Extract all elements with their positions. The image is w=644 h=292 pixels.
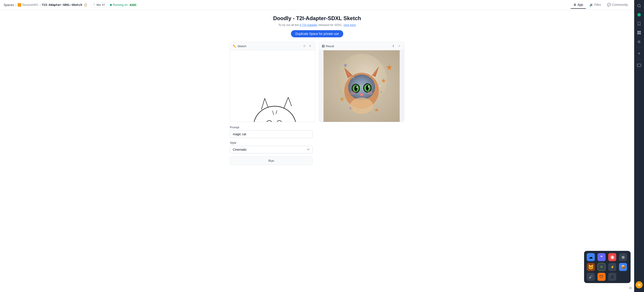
tab-community[interactable]: 💬 Community xyxy=(604,1,630,9)
tab-files[interactable]: 🔊 Files xyxy=(587,1,604,9)
result-cat-image xyxy=(319,50,404,122)
search-sidebar-btn[interactable] xyxy=(635,2,643,10)
svg-rect-54 xyxy=(639,33,641,34)
sketch-reset-button[interactable]: ↺ xyxy=(302,44,306,48)
svg-rect-53 xyxy=(638,33,639,34)
taskbar-record[interactable]: ◉ xyxy=(608,253,616,261)
right-sidebar: G W xyxy=(634,0,644,292)
like-label: like xyxy=(96,3,101,6)
taskbar-cat[interactable]: 🐱 xyxy=(587,263,595,271)
svg-point-34 xyxy=(356,86,358,88)
svg-point-47 xyxy=(380,86,380,86)
run-button[interactable]: Run xyxy=(230,156,312,165)
result-title-label: Result xyxy=(326,44,334,48)
result-panel: 🖼 Result ⬇ ↗ xyxy=(319,42,404,122)
svg-rect-52 xyxy=(639,31,641,33)
subtitle-suffix: released for SDXL, xyxy=(318,23,344,26)
pencil-icon: ✏️ xyxy=(233,44,236,48)
svg-point-46 xyxy=(343,90,344,91)
like-count: 47 xyxy=(102,3,105,6)
style-select[interactable]: Cinematic Photographic Anime Digital Art… xyxy=(230,146,312,154)
svg-point-35 xyxy=(368,86,369,88)
terminal-sidebar-btn[interactable] xyxy=(635,61,643,69)
gpu-badge: A10G xyxy=(128,3,137,6)
taskbar-cloud[interactable]: ☁ xyxy=(587,253,595,261)
nav-separator-2: / xyxy=(40,3,41,7)
image-icon: 🖼 xyxy=(322,44,325,48)
duplicate-button[interactable]: Duplicate Space for private use xyxy=(291,30,344,37)
svg-line-8 xyxy=(272,111,274,115)
app-tab-icon: 🖥 xyxy=(573,3,576,6)
user-avatar[interactable]: W xyxy=(636,281,643,288)
t2i-adapter-link[interactable]: 6 T2I-Adapter xyxy=(300,23,317,26)
copy-button[interactable]: 📋 xyxy=(84,3,88,7)
google-sidebar-btn[interactable]: G xyxy=(635,38,643,46)
taskbar-nvidia[interactable]: N xyxy=(598,263,606,271)
sketch-title-label: Sketch xyxy=(238,44,246,48)
result-download-button[interactable]: ⬇ xyxy=(391,44,396,48)
style-group: Style Cinematic Photographic Anime Digit… xyxy=(230,141,404,154)
taskbar-brush[interactable]: 🖌 xyxy=(587,273,595,281)
page-subtitle: To try out all the 6 T2I-Adapter release… xyxy=(278,23,356,26)
svg-point-36 xyxy=(360,93,364,96)
subtitle-prefix: To try out all the xyxy=(278,23,300,26)
result-image-area xyxy=(319,50,404,122)
org-icon xyxy=(18,3,21,7)
nav-separator: / xyxy=(16,3,16,7)
sketch-canvas-area[interactable] xyxy=(230,50,315,122)
running-label: Running on xyxy=(113,3,128,6)
community-tab-icon: 💬 xyxy=(607,3,611,6)
controls-area: Prompt Style Cinematic Photographic Anim… xyxy=(230,126,404,165)
style-label: Style xyxy=(230,141,404,144)
tab-app[interactable]: 🖥 App xyxy=(571,1,586,9)
svg-point-45 xyxy=(370,76,370,77)
svg-point-19 xyxy=(369,112,370,113)
nav-left: Spaces / TencentARC / T2I-Adapter-SDXL-S… xyxy=(4,2,569,8)
svg-rect-57 xyxy=(637,64,641,67)
grid-sidebar-btn[interactable] xyxy=(635,28,643,37)
repo-name: T2I-Adapter-SDXL-Sketch xyxy=(42,3,82,6)
svg-point-33 xyxy=(366,85,369,91)
svg-point-50 xyxy=(638,13,641,16)
heart-icon: ♡ xyxy=(93,3,96,6)
community-tab-label: Community xyxy=(612,3,628,6)
panels-row: ✏️ Sketch ↺ ✕ xyxy=(230,42,404,122)
taskbar-windows[interactable]: ⊞ xyxy=(619,253,627,261)
svg-line-4 xyxy=(288,97,292,106)
taskbar-box[interactable]: 📦 xyxy=(619,263,627,271)
svg-line-9 xyxy=(276,110,277,114)
prompt-label: Prompt xyxy=(230,126,404,129)
spaces-link[interactable]: Spaces xyxy=(4,3,14,7)
taskbar-bluetooth[interactable]: ⚡ xyxy=(608,263,616,271)
sketch-panel-actions: ↺ ✕ xyxy=(302,44,312,48)
bookmark-sidebar-btn[interactable] xyxy=(635,20,643,28)
prompt-input[interactable] xyxy=(230,130,312,138)
result-panel-actions: ⬇ ↗ xyxy=(391,44,402,48)
files-tab-icon: 🔊 xyxy=(590,3,593,6)
floating-taskbar: ☁ ❝ ◉ ⊞ 🐱 N ⚡ 📦 🖌 🛡 ⚠ xyxy=(584,251,630,283)
prompt-group: Prompt xyxy=(230,126,404,138)
taskbar-warning[interactable]: ⚠ xyxy=(608,273,616,281)
result-share-button[interactable]: ↗ xyxy=(397,44,402,48)
files-tab-label: Files xyxy=(594,3,601,6)
svg-line-49 xyxy=(640,6,640,7)
taskbar-quote[interactable]: ❝ xyxy=(598,253,606,261)
nav-tabs: 🖥 App 🔊 Files 💬 Community xyxy=(571,1,630,9)
running-status: Running on A10G xyxy=(110,3,137,6)
svg-line-3 xyxy=(284,97,288,108)
svg-line-1 xyxy=(262,98,265,110)
sidebar-divider-2 xyxy=(636,59,642,60)
like-button[interactable]: ♡ like 47 xyxy=(91,2,107,8)
taskbar-shield[interactable]: 🛡 xyxy=(598,273,606,281)
svg-point-41 xyxy=(350,91,356,95)
sketch-panel: ✏️ Sketch ↺ ✕ xyxy=(230,42,315,122)
sketch-panel-header: ✏️ Sketch ↺ ✕ xyxy=(230,42,315,50)
taskbar-gear-btn[interactable]: ⚙ xyxy=(629,286,632,290)
result-panel-header: 🖼 Result ⬇ ↗ xyxy=(319,42,404,50)
add-sidebar-btn[interactable] xyxy=(635,50,643,58)
click-here-link[interactable]: click here xyxy=(344,23,356,26)
app-tab-label: App xyxy=(578,3,583,6)
svg-line-2 xyxy=(265,98,268,107)
sketch-close-button[interactable]: ✕ xyxy=(308,44,312,48)
circle-sidebar-btn[interactable] xyxy=(635,11,643,19)
